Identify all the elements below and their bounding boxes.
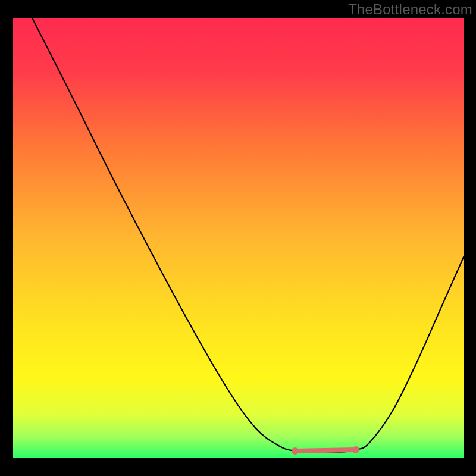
svg-point-2 <box>352 446 359 453</box>
svg-line-0 <box>295 450 356 451</box>
watermark-text: TheBottleneck.com <box>348 1 472 18</box>
plot-area <box>13 18 464 458</box>
svg-point-1 <box>292 447 299 455</box>
chart-container: TheBottleneck.com <box>0 0 476 476</box>
bottleneck-chart <box>0 0 476 476</box>
